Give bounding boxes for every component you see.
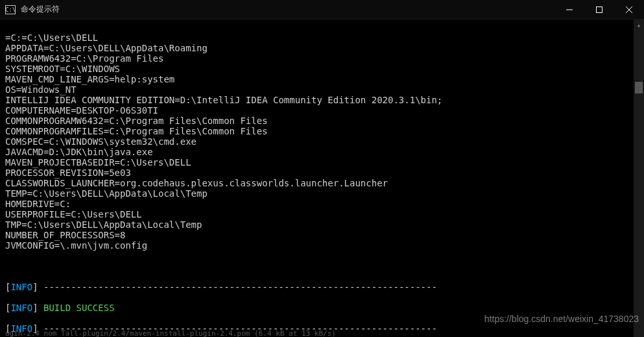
env-line: COMSPEC=C:\WINDOWS\system32\cmd.exe	[5, 136, 639, 147]
window-controls	[555, 0, 644, 19]
window-title: 命令提示符	[21, 4, 60, 15]
cmd-icon: C:\	[5, 5, 16, 14]
env-line: JAVACMD=D:\JDK\bin\java.exe	[5, 147, 639, 157]
env-line: COMMONPROGRAMFILES=C:\Program Files\Comm…	[5, 126, 639, 136]
maven-build-success: [INFO] BUILD SUCCESS	[5, 303, 639, 313]
env-line: COMMONPROGRAMW6432=C:\Program Files\Comm…	[5, 116, 639, 126]
watermark-text: https://blog.csdn.net/weixin_41738023	[484, 314, 639, 324]
titlebar-left: C:\ 命令提示符	[5, 4, 60, 15]
env-line: SYSTEMROOT=C:\WINDOWS	[5, 64, 639, 74]
env-line: COMPUTERNAME=DESKTOP-O6S30TI	[5, 105, 639, 116]
env-line: JVMCONFIG=\.mvn\jvm.config	[5, 240, 639, 251]
env-line: =C:=C:\Users\DELL	[5, 32, 639, 43]
env-line: USERPROFILE=C:\Users\DELL	[5, 209, 639, 219]
scrollbar-track[interactable]: ▴	[634, 19, 644, 337]
env-line: MAVEN_CMD_LINE_ARGS=help:system	[5, 74, 639, 84]
blank-line	[5, 261, 639, 271]
env-line: CLASSWORLDS_LAUNCHER=org.codehaus.plexus…	[5, 178, 639, 188]
env-line: APPDATA=C:\Users\DELL\AppData\Roaming	[5, 43, 639, 53]
env-line: MAVEN_PROJECTBASEDIR=C:\Users\DELL	[5, 157, 639, 168]
env-line: INTELLIJ IDEA COMMUNITY EDITION=D:\Intel…	[5, 95, 639, 105]
env-line: HOMEDRIVE=C:	[5, 199, 639, 209]
env-line: NUMBER_OF_PROCESSORS=8	[5, 230, 639, 240]
env-line: PROCESSOR_REVISION=5e03	[5, 168, 639, 178]
scroll-up-icon[interactable]: ▴	[634, 19, 644, 30]
env-line: OS=Windows_NT	[5, 84, 639, 95]
terminal-output[interactable]: =C:=C:\Users\DELLAPPDATA=C:\Users\DELL\A…	[0, 19, 644, 337]
close-button[interactable]	[614, 0, 644, 19]
scrollbar-thumb[interactable]	[635, 82, 643, 94]
bottom-dim-text: ugin-2.4 nom Tall-plugin/2.4/maven-insta…	[0, 329, 644, 337]
env-line: PROGRAMW6432=C:\Program Files	[5, 53, 639, 64]
maven-info-sep1: [INFO] ---------------------------------…	[5, 282, 639, 292]
minimize-button[interactable]	[555, 0, 584, 19]
window-titlebar: C:\ 命令提示符	[0, 0, 644, 19]
env-line: TEMP=C:\Users\DELL\AppData\Local\Temp	[5, 188, 639, 199]
maximize-button[interactable]	[584, 0, 614, 19]
svg-rect-1	[597, 6, 602, 12]
env-variables-block: =C:=C:\Users\DELLAPPDATA=C:\Users\DELL\A…	[5, 32, 639, 251]
env-line: TMP=C:\Users\DELL\AppData\Local\Temp	[5, 219, 639, 230]
